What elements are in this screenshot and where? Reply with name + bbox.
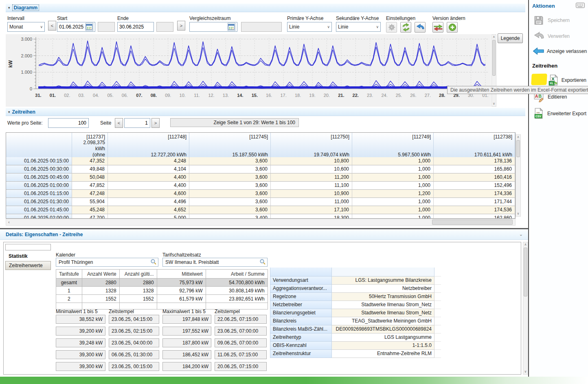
value-cell[interactable]: 178,136 <box>434 157 515 165</box>
value-cell[interactable]: 3,600 <box>189 182 271 190</box>
collapse-arrow-icon[interactable]: ▾ <box>8 6 10 10</box>
scrollbar-thumb[interactable] <box>432 219 513 225</box>
value-cell[interactable]: 47,352 <box>72 157 108 165</box>
vergleichszeitraum-field[interactable] <box>189 22 237 32</box>
value-cell[interactable]: 11,100 <box>271 182 352 190</box>
value-cell[interactable]: 1,000 <box>352 214 434 219</box>
primary-axis-select[interactable]: Linie ∨ <box>287 22 332 32</box>
value-cell[interactable]: 174,536 <box>434 206 515 214</box>
statistik-row[interactable]: gesamt2880288075,973 kW54.700,800 kWh <box>56 279 268 287</box>
diagramm-section-title[interactable]: Diagramm <box>12 4 39 11</box>
tab-zeitreihenwerte[interactable]: Zeitreihenwerte <box>5 261 51 270</box>
tab-statistik[interactable]: Statistik <box>5 252 51 260</box>
scroll-down-icon[interactable]: ∨ <box>492 101 496 106</box>
scrollbar-thumb[interactable] <box>516 140 520 157</box>
chart-vertical-scrollbar[interactable]: ∧ ∨ <box>491 34 496 107</box>
ende-date-input[interactable] <box>119 24 152 30</box>
calendar-icon[interactable] <box>86 23 93 31</box>
property-value[interactable]: TEAG_Stadtwerke Meiningen GmbH <box>332 317 434 325</box>
value-cell[interactable]: 4,652 <box>108 206 189 214</box>
prev-period-button[interactable]: < <box>48 21 56 31</box>
action-erweiterter-export[interactable]: ,,,CSVErweiterter Export <box>532 108 586 119</box>
value-cell[interactable]: 1,000 <box>352 206 434 214</box>
value-cell[interactable]: 3,600 <box>189 190 271 198</box>
value-cell[interactable]: 1,000 <box>352 182 434 190</box>
scroll-down-icon[interactable]: ∨ <box>523 369 528 374</box>
details-vertical-scrollbar[interactable]: ∧ ∨ <box>523 242 528 375</box>
value-cell[interactable]: 4,248 <box>108 157 189 165</box>
search-icon[interactable] <box>150 259 157 266</box>
action-exportieren[interactable]: XXLExportieren <box>532 75 586 86</box>
value-cell[interactable]: 45,248 <box>72 206 108 214</box>
table-horizontal-scrollbar[interactable]: ‹ <box>6 219 516 226</box>
scroll-up-icon[interactable]: ∧ <box>516 135 520 140</box>
value-cell[interactable]: 55,904 <box>72 198 108 206</box>
property-value[interactable]: Stadtwerke Ilmenau Strom_Netz <box>332 309 434 317</box>
secondary-axis-select[interactable]: Linie ∨ <box>336 22 381 32</box>
refresh-icon[interactable] <box>400 22 411 33</box>
search-icon[interactable] <box>259 259 266 266</box>
property-value[interactable]: 1-1:1.5.0 <box>332 342 434 350</box>
scroll-left-icon[interactable]: ‹ <box>6 219 12 225</box>
value-cell[interactable]: 4,104 <box>108 165 189 173</box>
value-cell[interactable]: 47,248 <box>72 190 108 198</box>
value-cell[interactable]: 5,000 <box>108 214 189 219</box>
property-value[interactable]: LGS Lastgangsumme <box>332 334 434 342</box>
legende-button[interactable]: Legende <box>498 33 523 43</box>
value-cell[interactable]: 47,852 <box>72 182 108 190</box>
statistik-column-header[interactable]: Tarifstufe <box>56 270 82 279</box>
scroll-up-icon[interactable]: ∧ <box>523 242 528 247</box>
property-value[interactable]: Netzbetreiber <box>332 285 434 293</box>
statistik-row[interactable]: 11328132892,796 kW30.808,149 kWh <box>56 287 268 295</box>
statistik-column-header[interactable]: Arbeit / Summe <box>206 270 268 279</box>
calendar-icon[interactable] <box>228 23 235 31</box>
table-vertical-scrollbar[interactable]: ∧ ∨ <box>516 134 521 217</box>
scroll-up-icon[interactable]: ∧ <box>492 35 496 39</box>
value-cell[interactable]: 162,860 <box>434 214 515 219</box>
value-cell[interactable]: 4,496 <box>108 198 189 206</box>
keyboard-icon[interactable] <box>576 2 585 9</box>
collapse-arrow-icon[interactable]: ▾ <box>8 110 10 114</box>
value-cell[interactable]: 3,600 <box>189 173 271 182</box>
version-swap-icon[interactable] <box>432 22 443 33</box>
action-anzeige-verlassen[interactable]: Anzeige verlassen <box>532 47 586 55</box>
statistik-column-header[interactable]: Anzahl Werte <box>82 270 119 279</box>
value-cell[interactable]: 171,744 <box>434 198 515 206</box>
value-cell[interactable]: 1,000 <box>352 165 434 173</box>
value-cell[interactable]: 160,416 <box>434 173 515 182</box>
value-cell[interactable]: 50,048 <box>72 173 108 182</box>
timestamp-cell[interactable]: 01.06.2025 00:45:00 <box>6 173 72 182</box>
value-cell[interactable]: 10,600 <box>271 165 352 173</box>
value-cell[interactable]: 174,336 <box>434 190 515 198</box>
value-cell[interactable]: 10,800 <box>271 157 352 165</box>
property-value[interactable]: Stadtwerke Ilmenau Strom_Netz <box>332 301 434 309</box>
statistik-column-header[interactable]: Anzahl gülti... <box>119 270 157 279</box>
value-cell[interactable]: 3,600 <box>189 157 271 165</box>
value-cell[interactable]: 152,496 <box>434 182 515 190</box>
value-cell[interactable]: 17,100 <box>271 206 352 214</box>
value-cell[interactable]: 49,848 <box>72 165 108 173</box>
vergleichszeitraum-input[interactable] <box>191 24 227 30</box>
scrollbar-thumb[interactable] <box>524 248 527 296</box>
prev-page-button[interactable]: < <box>115 118 123 128</box>
value-cell[interactable]: 165,860 <box>434 165 515 173</box>
start-date-input[interactable] <box>59 24 85 30</box>
property-value[interactable]: Entnahme-Zeitreihe RLM <box>332 350 434 358</box>
value-cell[interactable]: 1,200 <box>352 190 434 198</box>
start-date-field[interactable] <box>57 22 95 32</box>
timestamp-cell[interactable]: 01.06.2025 01:15:00 <box>6 190 72 198</box>
value-cell[interactable]: 4,400 <box>108 182 189 190</box>
timestamp-cell[interactable]: 01.06.2025 00:15:00 <box>6 157 72 165</box>
tarifschaltzeitsatz-field[interactable]: SW Ilmenau lt. Preisblatt <box>162 258 268 267</box>
value-cell[interactable]: 11,200 <box>271 173 352 182</box>
next-period-button[interactable]: > <box>177 21 185 31</box>
timestamp-cell[interactable]: 01.06.2025 00:30:00 <box>6 165 72 173</box>
ende-date-field[interactable] <box>117 22 154 32</box>
timestamp-cell[interactable]: 01.06.2025 01:45:00 <box>6 206 72 214</box>
intervall-select[interactable]: Monat ∨ <box>7 22 45 32</box>
chevron-down-icon[interactable]: ⌄ <box>519 232 523 237</box>
statistik-column-header[interactable]: Mittelwert <box>157 270 206 279</box>
value-cell[interactable]: 3,600 <box>189 165 271 173</box>
timestamp-cell[interactable]: 01.06.2025 01:30:00 <box>6 198 72 206</box>
value-cell[interactable]: 1,000 <box>352 157 434 165</box>
